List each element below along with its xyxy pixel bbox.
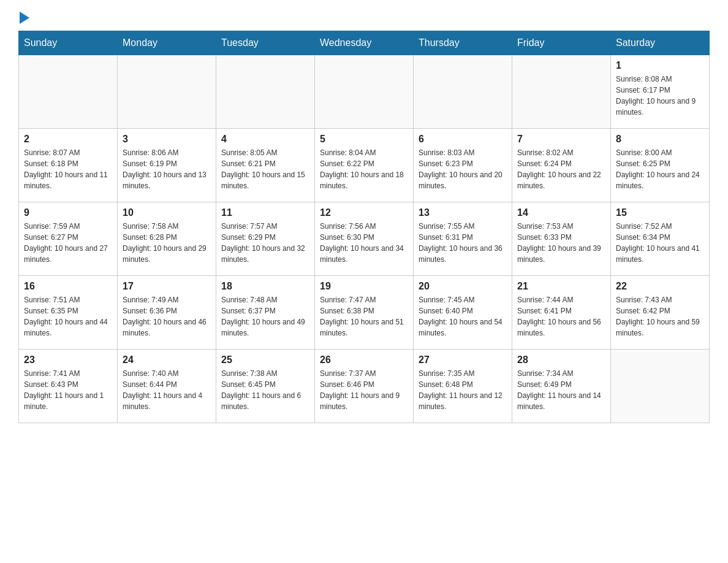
day-info: Sunrise: 8:07 AM Sunset: 6:18 PM Dayligh… [24,147,112,191]
day-number: 26 [320,354,408,366]
table-row: 8Sunrise: 8:00 AM Sunset: 6:25 PM Daylig… [611,129,710,202]
table-row [611,350,710,423]
col-friday: Friday [512,31,611,55]
day-info: Sunrise: 7:58 AM Sunset: 6:28 PM Dayligh… [123,221,211,265]
table-row: 28Sunrise: 7:34 AM Sunset: 6:49 PM Dayli… [512,350,611,423]
table-row: 23Sunrise: 7:41 AM Sunset: 6:43 PM Dayli… [19,350,118,423]
table-row: 25Sunrise: 7:38 AM Sunset: 6:45 PM Dayli… [216,350,315,423]
table-row: 20Sunrise: 7:45 AM Sunset: 6:40 PM Dayli… [414,276,512,350]
day-number: 25 [221,354,309,366]
day-info: Sunrise: 8:05 AM Sunset: 6:21 PM Dayligh… [221,147,309,191]
col-saturday: Saturday [611,31,710,55]
day-number: 13 [419,207,507,218]
day-info: Sunrise: 7:49 AM Sunset: 6:36 PM Dayligh… [123,294,211,339]
table-row: 2Sunrise: 8:07 AM Sunset: 6:18 PM Daylig… [19,129,118,202]
table-row [118,55,216,129]
table-row [19,55,118,129]
logo [18,12,29,25]
page-header [18,12,710,25]
day-number: 22 [616,281,704,292]
day-number: 17 [123,281,211,292]
day-info: Sunrise: 8:06 AM Sunset: 6:19 PM Dayligh… [123,147,211,191]
day-number: 2 [24,134,112,145]
calendar-week-row: 1Sunrise: 8:08 AM Sunset: 6:17 PM Daylig… [19,55,710,129]
day-info: Sunrise: 7:48 AM Sunset: 6:37 PM Dayligh… [221,294,309,339]
calendar-week-row: 16Sunrise: 7:51 AM Sunset: 6:35 PM Dayli… [19,276,710,350]
col-wednesday: Wednesday [315,31,414,55]
table-row: 15Sunrise: 7:52 AM Sunset: 6:34 PM Dayli… [611,202,710,276]
table-row [512,55,611,129]
day-info: Sunrise: 7:43 AM Sunset: 6:42 PM Dayligh… [616,294,704,339]
table-row: 3Sunrise: 8:06 AM Sunset: 6:19 PM Daylig… [118,129,216,202]
col-monday: Monday [118,31,216,55]
day-number: 28 [517,354,605,366]
day-info: Sunrise: 8:00 AM Sunset: 6:25 PM Dayligh… [616,147,704,191]
day-info: Sunrise: 7:35 AM Sunset: 6:48 PM Dayligh… [419,368,507,412]
day-number: 6 [419,134,507,145]
calendar-week-row: 9Sunrise: 7:59 AM Sunset: 6:27 PM Daylig… [19,202,710,276]
day-number: 7 [517,134,605,145]
table-row: 9Sunrise: 7:59 AM Sunset: 6:27 PM Daylig… [19,202,118,276]
day-number: 1 [616,60,704,71]
day-info: Sunrise: 7:45 AM Sunset: 6:40 PM Dayligh… [419,294,507,339]
table-row: 16Sunrise: 7:51 AM Sunset: 6:35 PM Dayli… [19,276,118,350]
table-row: 22Sunrise: 7:43 AM Sunset: 6:42 PM Dayli… [611,276,710,350]
day-info: Sunrise: 7:37 AM Sunset: 6:46 PM Dayligh… [320,368,408,412]
day-number: 21 [517,281,605,292]
day-info: Sunrise: 7:52 AM Sunset: 6:34 PM Dayligh… [616,221,704,265]
day-number: 20 [419,281,507,292]
col-thursday: Thursday [414,31,512,55]
day-info: Sunrise: 7:51 AM Sunset: 6:35 PM Dayligh… [24,294,112,339]
day-number: 3 [123,134,211,145]
table-row [216,55,315,129]
day-info: Sunrise: 8:03 AM Sunset: 6:23 PM Dayligh… [419,147,507,191]
day-number: 11 [221,207,309,218]
day-info: Sunrise: 7:53 AM Sunset: 6:33 PM Dayligh… [517,221,605,265]
table-row: 12Sunrise: 7:56 AM Sunset: 6:30 PM Dayli… [315,202,414,276]
table-row: 5Sunrise: 8:04 AM Sunset: 6:22 PM Daylig… [315,129,414,202]
day-number: 16 [24,281,112,292]
day-number: 14 [517,207,605,218]
day-info: Sunrise: 7:55 AM Sunset: 6:31 PM Dayligh… [419,221,507,265]
table-row: 4Sunrise: 8:05 AM Sunset: 6:21 PM Daylig… [216,129,315,202]
day-number: 12 [320,207,408,218]
day-number: 10 [123,207,211,218]
table-row: 19Sunrise: 7:47 AM Sunset: 6:38 PM Dayli… [315,276,414,350]
table-row: 10Sunrise: 7:58 AM Sunset: 6:28 PM Dayli… [118,202,216,276]
table-row: 17Sunrise: 7:49 AM Sunset: 6:36 PM Dayli… [118,276,216,350]
day-info: Sunrise: 7:47 AM Sunset: 6:38 PM Dayligh… [320,294,408,339]
table-row [414,55,512,129]
calendar-week-row: 2Sunrise: 8:07 AM Sunset: 6:18 PM Daylig… [19,129,710,202]
day-number: 9 [24,207,112,218]
table-row [315,55,414,129]
table-row: 1Sunrise: 8:08 AM Sunset: 6:17 PM Daylig… [611,55,710,129]
day-number: 4 [221,134,309,145]
col-sunday: Sunday [19,31,118,55]
table-row: 11Sunrise: 7:57 AM Sunset: 6:29 PM Dayli… [216,202,315,276]
table-row: 18Sunrise: 7:48 AM Sunset: 6:37 PM Dayli… [216,276,315,350]
day-info: Sunrise: 8:04 AM Sunset: 6:22 PM Dayligh… [320,147,408,191]
day-info: Sunrise: 7:41 AM Sunset: 6:43 PM Dayligh… [24,368,112,412]
day-info: Sunrise: 7:59 AM Sunset: 6:27 PM Dayligh… [24,221,112,265]
day-number: 18 [221,281,309,292]
day-number: 19 [320,281,408,292]
day-number: 8 [616,134,704,145]
day-info: Sunrise: 8:08 AM Sunset: 6:17 PM Dayligh… [616,74,704,118]
day-number: 27 [419,354,507,366]
calendar-header-row: Sunday Monday Tuesday Wednesday Thursday… [19,31,710,55]
day-info: Sunrise: 8:02 AM Sunset: 6:24 PM Dayligh… [517,147,605,191]
day-number: 15 [616,207,704,218]
table-row: 6Sunrise: 8:03 AM Sunset: 6:23 PM Daylig… [414,129,512,202]
day-info: Sunrise: 7:57 AM Sunset: 6:29 PM Dayligh… [221,221,309,265]
day-number: 5 [320,134,408,145]
table-row: 14Sunrise: 7:53 AM Sunset: 6:33 PM Dayli… [512,202,611,276]
table-row: 21Sunrise: 7:44 AM Sunset: 6:41 PM Dayli… [512,276,611,350]
calendar-week-row: 23Sunrise: 7:41 AM Sunset: 6:43 PM Dayli… [19,350,710,423]
table-row: 13Sunrise: 7:55 AM Sunset: 6:31 PM Dayli… [414,202,512,276]
day-number: 24 [123,354,211,366]
table-row: 27Sunrise: 7:35 AM Sunset: 6:48 PM Dayli… [414,350,512,423]
day-info: Sunrise: 7:34 AM Sunset: 6:49 PM Dayligh… [517,368,605,412]
day-info: Sunrise: 7:38 AM Sunset: 6:45 PM Dayligh… [221,368,309,412]
table-row: 7Sunrise: 8:02 AM Sunset: 6:24 PM Daylig… [512,129,611,202]
logo-arrow-icon [20,12,29,24]
